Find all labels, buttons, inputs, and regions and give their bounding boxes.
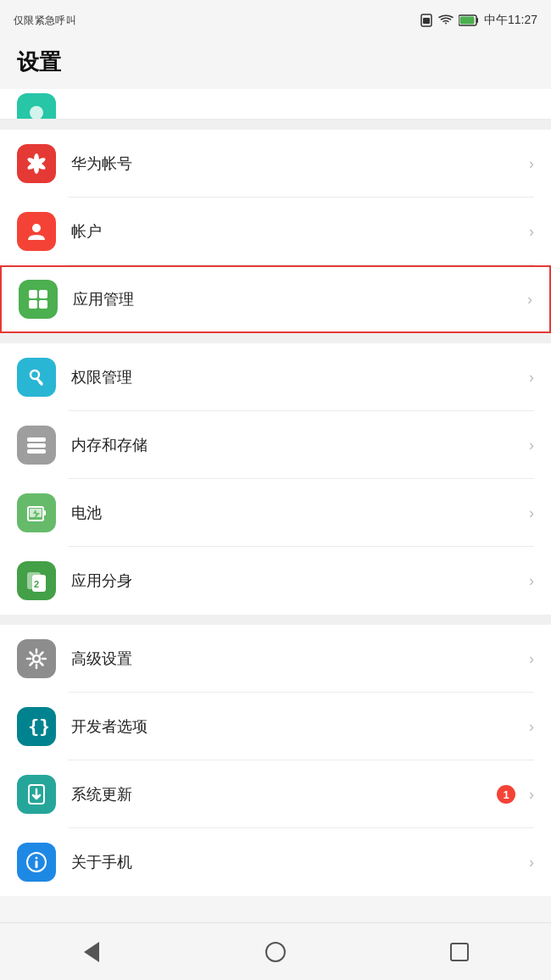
page-title-bar: 设置 <box>0 41 551 89</box>
advanced-icon <box>17 639 56 678</box>
svg-rect-24 <box>43 510 46 515</box>
huawei-account-icon <box>17 144 56 183</box>
developer-label: 开发者选项 <box>71 716 522 737</box>
sim-icon <box>420 14 433 27</box>
account-icon <box>17 212 56 251</box>
battery-label: 电池 <box>71 503 522 523</box>
section-gap-3 <box>0 615 551 625</box>
app-management-icon <box>19 280 58 319</box>
sidebar-item-developer[interactable]: {} 开发者选项 › <box>0 693 551 760</box>
settings-group-2: 权限管理 › 内存和存储 › 电池 › <box>0 343 551 615</box>
sidebar-item-battery[interactable]: 电池 › <box>0 479 551 547</box>
svg-point-5 <box>30 106 43 120</box>
sidebar-item-storage[interactable]: 内存和存储 › <box>0 411 551 479</box>
section-gap-2 <box>0 333 551 343</box>
back-icon <box>84 942 99 962</box>
svg-point-29 <box>33 655 40 662</box>
svg-rect-20 <box>27 437 46 442</box>
svg-rect-13 <box>29 290 37 298</box>
app-management-chevron: › <box>527 291 532 309</box>
svg-rect-4 <box>459 17 474 25</box>
developer-icon: {} <box>17 707 56 746</box>
svg-rect-14 <box>39 290 47 298</box>
account-label: 帐户 <box>71 221 522 242</box>
settings-group-3: 高级设置 › {} 开发者选项 › 系统更新 1 › <box>0 625 551 896</box>
battery-status-icon <box>459 14 479 26</box>
svg-rect-21 <box>27 443 46 448</box>
account-chevron: › <box>529 223 534 241</box>
recents-icon <box>450 943 469 961</box>
app-twin-label: 应用分身 <box>71 571 522 591</box>
svg-rect-34 <box>36 860 38 868</box>
huawei-account-label: 华为帐号 <box>71 153 522 174</box>
app-twin-icon: 2 <box>17 561 56 600</box>
svg-rect-16 <box>39 300 47 309</box>
sidebar-item-account[interactable]: 帐户 › <box>0 198 551 265</box>
status-bar-right: 中午11:27 <box>420 13 537 28</box>
battery-chevron: › <box>529 504 534 522</box>
sidebar-item-huawei-account[interactable]: 华为帐号 › <box>0 130 551 198</box>
storage-label: 内存和存储 <box>71 435 522 455</box>
main-settings-group: 华为帐号 › 帐户 › 应用管理 › <box>0 130 551 333</box>
huawei-account-chevron: › <box>529 155 534 173</box>
wifi-icon <box>438 14 454 26</box>
time-text: 中午11:27 <box>484 13 537 28</box>
sidebar-item-advanced[interactable]: 高级设置 › <box>0 625 551 693</box>
svg-point-33 <box>36 857 38 860</box>
permission-label: 权限管理 <box>71 367 522 387</box>
list-item-partial[interactable] <box>0 89 551 120</box>
svg-rect-3 <box>476 18 478 23</box>
sidebar-item-app-twin[interactable]: 2 应用分身 › <box>0 547 551 615</box>
advanced-chevron: › <box>529 650 534 668</box>
svg-rect-1 <box>423 18 430 24</box>
home-button[interactable] <box>246 931 305 973</box>
sidebar-item-system-update[interactable]: 系统更新 1 › <box>0 760 551 828</box>
battery-icon <box>17 493 56 532</box>
system-update-label: 系统更新 <box>71 784 497 805</box>
about-phone-chevron: › <box>529 854 534 871</box>
svg-point-12 <box>32 224 41 232</box>
storage-icon <box>17 426 56 465</box>
settings-list <box>0 89 551 120</box>
partial-icon <box>17 93 56 120</box>
sidebar-item-app-management[interactable]: 应用管理 › <box>0 265 551 333</box>
svg-rect-22 <box>27 449 46 454</box>
svg-text:2: 2 <box>34 579 39 589</box>
storage-chevron: › <box>529 437 534 454</box>
bottom-nav <box>0 922 551 980</box>
permission-chevron: › <box>529 369 534 387</box>
about-phone-icon <box>17 843 56 882</box>
system-update-badge: 1 <box>497 785 515 804</box>
permission-icon <box>17 358 56 397</box>
recents-button[interactable] <box>430 931 489 973</box>
sidebar-item-about-phone[interactable]: 关于手机 › <box>0 828 551 896</box>
developer-chevron: › <box>529 718 534 736</box>
advanced-label: 高级设置 <box>71 649 522 669</box>
home-icon <box>265 942 286 962</box>
section-gap-1 <box>0 120 551 130</box>
status-bar: 仅限紧急呼叫 中午11:27 <box>0 0 551 41</box>
svg-point-17 <box>31 370 39 379</box>
about-phone-label: 关于手机 <box>71 852 522 872</box>
app-management-label: 应用管理 <box>73 289 520 309</box>
back-button[interactable] <box>62 931 121 973</box>
page-title: 设置 <box>17 47 534 77</box>
svg-text:{}: {} <box>28 716 48 737</box>
svg-rect-15 <box>29 300 37 309</box>
system-update-icon <box>17 775 56 814</box>
status-bar-left-text: 仅限紧急呼叫 <box>14 14 76 28</box>
app-twin-chevron: › <box>529 572 534 590</box>
system-update-chevron: › <box>529 786 534 804</box>
sidebar-item-permission[interactable]: 权限管理 › <box>0 343 551 411</box>
